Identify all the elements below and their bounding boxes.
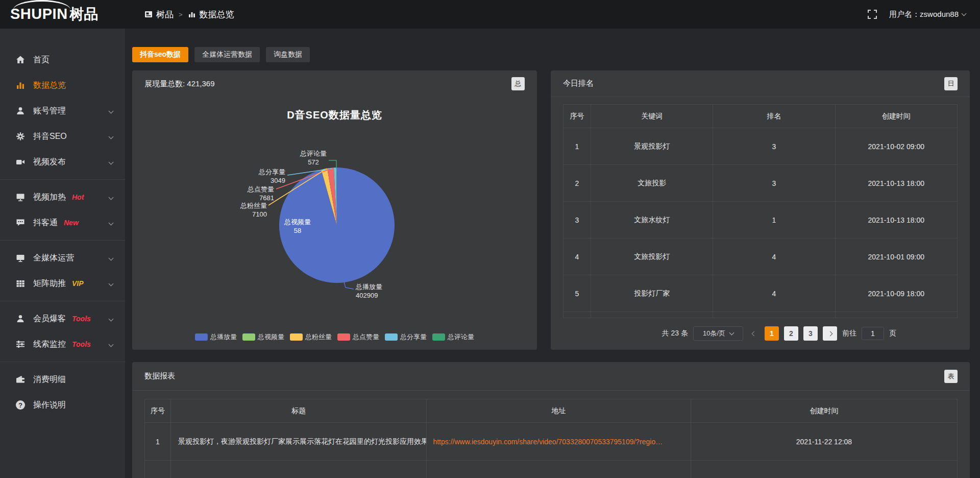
breadcrumb-item-home[interactable]: 树品: [144, 9, 174, 20]
tab-inquiry-data[interactable]: 询盘数据: [266, 47, 310, 62]
table-row-partial: [564, 312, 958, 318]
cell-time: 2021-11-22 12:08: [691, 423, 957, 461]
pie-label-shares: 总分享量 3049: [224, 168, 285, 185]
ranking-panel-title: 今日排名: [563, 79, 594, 88]
sidebar-item-member-burst[interactable]: 会员爆客 Tools: [0, 306, 125, 331]
bar-chart-icon: [188, 10, 196, 18]
table-badge-button[interactable]: 表: [944, 370, 958, 383]
cell-index: 3: [564, 202, 591, 238]
table-row-partial: [145, 461, 958, 478]
pie-label-plays: 总播放量 402909: [356, 282, 422, 300]
column-header: 地址: [427, 399, 691, 423]
fullscreen-icon[interactable]: [868, 10, 877, 19]
user-icon: [15, 106, 26, 116]
user-menu[interactable]: 用户名：zswodun88: [889, 10, 966, 19]
cell-keyword: 文旅投影: [591, 165, 713, 202]
pie-chart: D音SEO数据量总览 总评论量 572 总分享量: [132, 97, 537, 350]
legend-item-总粉丝量[interactable]: 总粉丝量: [290, 332, 332, 342]
comment-icon: [15, 218, 26, 228]
sidebar-divider: [0, 362, 125, 362]
chevron-down-icon: [109, 108, 114, 113]
sidebar-item-douyin-seo[interactable]: 抖音SEO: [0, 124, 125, 149]
prev-page-button[interactable]: [748, 326, 760, 341]
sidebar-item-data-overview[interactable]: 数据总览: [0, 73, 125, 98]
next-page-button[interactable]: [823, 326, 837, 341]
sidebar-item-label: 视频发布: [33, 157, 66, 168]
monitor-icon: [15, 253, 26, 263]
chevron-down-icon: [109, 316, 114, 321]
pie-label-videos: 总视频量 58: [267, 218, 328, 235]
column-header: 排名: [713, 105, 835, 128]
pie-label-fans: 总粉丝量 7100: [207, 201, 267, 219]
home-icon: [15, 55, 26, 65]
sidebar-item-douketong[interactable]: 抖客通 New: [0, 210, 125, 235]
sidebar-divider: [0, 179, 125, 180]
main-content: 抖音seo数据 全媒体运营数据 询盘数据 展现量总数: 421,369 总 D音…: [125, 29, 980, 478]
cell-rank: 3: [713, 128, 835, 165]
goto-page-input[interactable]: [862, 327, 884, 340]
grid-icon: [15, 278, 26, 289]
sidebar-item-account[interactable]: 账号管理: [0, 98, 125, 124]
total-badge-button[interactable]: 总: [511, 77, 525, 90]
legend-item-总点赞量[interactable]: 总点赞量: [337, 332, 379, 342]
page-size-select[interactable]: 10条/页: [693, 326, 743, 341]
breadcrumb-item-current[interactable]: 数据总览: [188, 9, 234, 20]
legend-item-总分享量[interactable]: 总分享量: [385, 332, 427, 342]
sidebar-item-label: 抖音SEO: [33, 131, 67, 142]
cell-time: 2021-10-02 09:00: [835, 128, 957, 165]
cell-keyword: 文旅投影灯: [591, 238, 713, 275]
bar-chart-icon: [15, 80, 26, 90]
sidebar-item-lead-monitor[interactable]: 线索监控 Tools: [0, 331, 125, 357]
sidebar-item-matrix-boost[interactable]: 矩阵助推 VIP: [0, 271, 125, 296]
sidebar-item-home[interactable]: 首页: [0, 47, 125, 73]
data-tabs: 抖音seo数据 全媒体运营数据 询盘数据: [132, 47, 970, 62]
legend-item-总播放量[interactable]: 总播放量: [195, 332, 237, 342]
legend-item-总评论量[interactable]: 总评论量: [432, 332, 474, 342]
gear-icon: [15, 131, 26, 141]
new-badge: New: [64, 219, 79, 227]
tab-omni-media-data[interactable]: 全媒体运营数据: [194, 47, 260, 62]
legend-label: 总评论量: [448, 332, 474, 342]
legend-label: 总粉丝量: [305, 332, 332, 342]
sidebar-item-spend-detail[interactable]: 消费明细: [0, 367, 125, 392]
goto-label: 前往: [842, 329, 856, 338]
page-button-1[interactable]: 1: [765, 326, 779, 341]
chevron-down-icon: [109, 195, 114, 200]
legend-item-总视频量[interactable]: 总视频量: [242, 332, 284, 342]
legend-label: 总视频量: [258, 332, 284, 342]
cell-time: 2021-10-13 18:00: [835, 202, 957, 238]
column-header: 创建时间: [691, 399, 957, 423]
video-link[interactable]: https://www.iesdouyin.com/share/video/70…: [433, 438, 663, 446]
chevron-down-icon: [109, 134, 114, 139]
vip-badge: VIP: [72, 279, 84, 288]
sidebar-item-label: 消费明细: [33, 374, 66, 385]
chevron-down-icon: [109, 220, 114, 225]
cell-index: 5: [564, 275, 591, 312]
chevron-down-icon: [109, 159, 114, 164]
sidebar-item-help[interactable]: ? 操作说明: [0, 392, 125, 418]
sidebar-item-video-heat[interactable]: 视频加热 Hot: [0, 184, 125, 210]
cell-rank: 3: [713, 165, 835, 202]
sidebar-item-omni-media[interactable]: 全媒体运营: [0, 245, 125, 271]
table-row: 3 文旅水纹灯 1 2021-10-13 18:00: [564, 202, 958, 238]
sidebar-item-label: 全媒体运营: [33, 253, 74, 264]
column-header: 创建时间: [835, 105, 957, 128]
sidebar-item-video-publish[interactable]: 视频发布: [0, 149, 125, 175]
sidebar-item-label: 视频加热: [33, 192, 66, 203]
pagination: 共 23 条 10条/页 1 2 3 前往 页: [563, 318, 958, 341]
app-logo[interactable]: SHUPIN 树品: [0, 5, 125, 24]
tab-douyin-seo-data[interactable]: 抖音seo数据: [132, 47, 188, 62]
cell-time: 2021-10-01 09:00: [835, 238, 957, 275]
breadcrumb-label: 树品: [156, 9, 174, 20]
table-row: 5 投影灯厂家 4 2021-10-09 18:00: [564, 275, 958, 312]
sidebar-item-label: 矩阵助推: [33, 278, 66, 289]
cell-rank: 4: [713, 238, 835, 275]
page-button-2[interactable]: 2: [784, 326, 798, 341]
legend-label: 总播放量: [210, 332, 237, 342]
cell-keyword: 景观投影灯: [591, 128, 713, 165]
sidebar-item-label: 首页: [33, 55, 50, 65]
day-badge-button[interactable]: 日: [944, 77, 958, 90]
cell-keyword: 文旅水纹灯: [591, 202, 713, 238]
ranking-table: 序号 关键词 排名 创建时间 1 景观投影灯 3 2021-10-02 09:0…: [563, 104, 958, 318]
page-button-3[interactable]: 3: [803, 326, 818, 341]
